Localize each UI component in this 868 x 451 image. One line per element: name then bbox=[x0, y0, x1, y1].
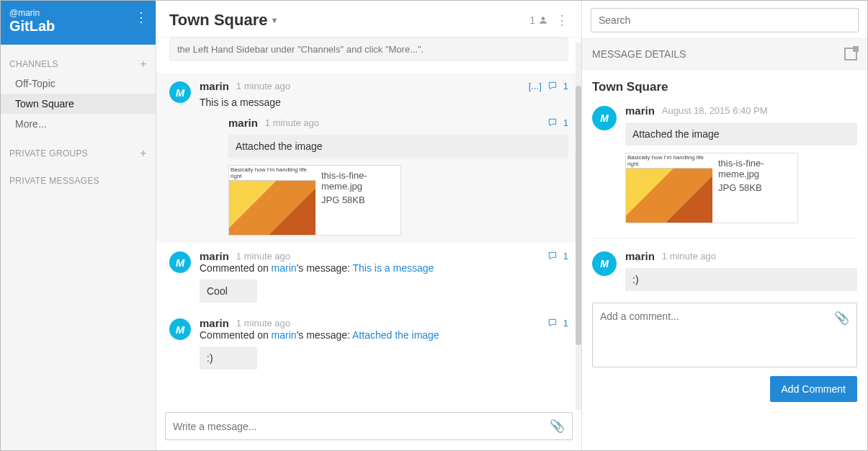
post-body: Attached the image bbox=[228, 135, 568, 158]
current-user: @marin bbox=[9, 8, 147, 18]
commented-on: Commented on marin's message: Attached t… bbox=[200, 329, 568, 341]
comment-count: 1 bbox=[563, 117, 568, 128]
post-comment: M marin 1 minute ago 1 Commented on mari… bbox=[156, 310, 581, 377]
expand-icon[interactable] bbox=[844, 48, 857, 61]
member-count[interactable]: 1 bbox=[529, 14, 548, 26]
channel-header: Town Square ▾ 1 ⋮ bbox=[156, 1, 581, 37]
attachment[interactable]: this-is-fine-meme.jpg JPG 58KB bbox=[228, 165, 401, 236]
paperclip-icon[interactable]: 📎 bbox=[834, 311, 849, 326]
channel-name[interactable]: Town Square ▾ bbox=[169, 11, 277, 30]
search-input[interactable] bbox=[591, 8, 859, 32]
post-author[interactable]: marin bbox=[625, 250, 655, 262]
post-root: M marin 1 minute ago [...] 1 This is a m… bbox=[156, 73, 581, 243]
add-private-group-icon[interactable]: + bbox=[140, 147, 147, 160]
details-root-post: M marin August 18, 2015 6:40 PM Attached… bbox=[592, 104, 857, 223]
add-channel-icon[interactable]: + bbox=[140, 58, 147, 71]
post-body: :) bbox=[625, 268, 857, 291]
right-sidebar: MESSAGE DETAILS Town Square M marin Augu… bbox=[582, 1, 867, 450]
private-groups-header: PRIVATE GROUPS + bbox=[1, 134, 156, 163]
post-reply: marin 1 minute ago 1 Attached the image … bbox=[228, 108, 568, 236]
person-icon bbox=[538, 14, 548, 26]
attachment-filename: this-is-fine-meme.jpg bbox=[321, 170, 395, 192]
post-time: 1 minute ago bbox=[265, 117, 319, 128]
scrollbar[interactable] bbox=[576, 43, 581, 410]
commented-on-user-link[interactable]: marin bbox=[272, 262, 297, 274]
comment-icon[interactable] bbox=[547, 117, 558, 128]
comment-icon[interactable] bbox=[547, 81, 558, 91]
post-author[interactable]: marin bbox=[228, 117, 258, 129]
avatar: M bbox=[592, 251, 617, 276]
avatar: M bbox=[169, 318, 191, 340]
sidebar-item-town-square[interactable]: Town Square bbox=[1, 94, 156, 114]
comment-count: 1 bbox=[563, 251, 568, 262]
add-comment-button[interactable]: Add Comment bbox=[770, 376, 857, 402]
message-list[interactable]: the Left Hand Sidebar under "Channels" a… bbox=[156, 37, 581, 405]
scrollbar-thumb[interactable] bbox=[576, 86, 581, 345]
post-author[interactable]: marin bbox=[200, 317, 229, 329]
team-header: @marin GitLab ⋮ bbox=[1, 1, 156, 45]
details-comment: M marin 1 minute ago :) bbox=[592, 250, 857, 291]
post-time: 1 minute ago bbox=[236, 318, 290, 329]
message-details-body: Town Square M marin August 18, 2015 6:40… bbox=[582, 70, 867, 450]
post-body: Attached the image bbox=[625, 122, 857, 146]
commented-on-user-link[interactable]: marin bbox=[272, 329, 297, 341]
left-sidebar: @marin GitLab ⋮ CHANNELS + Off-Topic Tow… bbox=[1, 1, 156, 450]
message-input[interactable] bbox=[173, 421, 550, 432]
commented-on-message-link[interactable]: This is a message bbox=[353, 262, 434, 274]
comment-textarea[interactable] bbox=[600, 311, 849, 354]
attachment[interactable]: this-is-fine-meme.jpg JPG 58KB bbox=[625, 153, 798, 223]
post-time: 1 minute ago bbox=[236, 81, 290, 91]
sidebar-item-off-topic[interactable]: Off-Topic bbox=[1, 73, 156, 94]
message-details-header: MESSAGE DETAILS bbox=[582, 38, 867, 70]
details-channel-name: Town Square bbox=[592, 80, 857, 94]
avatar: M bbox=[169, 251, 191, 273]
channels-header: CHANNELS + bbox=[1, 45, 156, 73]
post-time: 1 minute ago bbox=[236, 251, 290, 262]
attachment-thumbnail bbox=[626, 153, 712, 223]
post-author[interactable]: marin bbox=[625, 104, 655, 117]
avatar: M bbox=[592, 106, 617, 130]
attachment-size: JPG 58KB bbox=[718, 182, 792, 193]
post-author[interactable]: marin bbox=[200, 250, 229, 262]
paperclip-icon[interactable]: 📎 bbox=[550, 419, 565, 434]
comment-count: 1 bbox=[563, 318, 568, 329]
private-messages-title: PRIVATE MESSAGES bbox=[9, 176, 99, 186]
chevron-down-icon: ▾ bbox=[272, 15, 277, 25]
private-messages-header: PRIVATE MESSAGES bbox=[1, 163, 156, 189]
private-groups-title: PRIVATE GROUPS bbox=[9, 148, 88, 158]
commented-on: Commented on marin's message: This is a … bbox=[200, 262, 568, 274]
post-comment: M marin 1 minute ago 1 Commented on mari… bbox=[156, 243, 581, 310]
comment-input-box: 📎 bbox=[592, 303, 857, 367]
avatar: M bbox=[169, 81, 191, 103]
attachment-meta: this-is-fine-meme.jpg JPG 58KB bbox=[316, 166, 401, 235]
post-time: 1 minute ago bbox=[662, 251, 716, 262]
comment-icon[interactable] bbox=[547, 251, 558, 262]
attachment-meta: this-is-fine-meme.jpg JPG 58KB bbox=[712, 153, 797, 223]
sidebar-item-more-channels[interactable]: More... bbox=[1, 114, 156, 134]
post-author[interactable]: marin bbox=[200, 80, 229, 92]
post-body: :) bbox=[200, 347, 257, 370]
post-body: Cool bbox=[200, 280, 257, 303]
attachment-size: JPG 58KB bbox=[321, 195, 395, 205]
channel-menu-icon[interactable]: ⋮ bbox=[555, 12, 568, 28]
attachment-thumbnail bbox=[229, 166, 316, 235]
team-name: GitLab bbox=[9, 18, 147, 35]
attachment-filename: this-is-fine-meme.jpg bbox=[718, 158, 792, 179]
post-time: August 18, 2015 6:40 PM bbox=[662, 105, 768, 116]
comment-icon[interactable] bbox=[547, 318, 558, 329]
commented-on-message-link[interactable]: Attached the image bbox=[352, 329, 439, 341]
center-column: Town Square ▾ 1 ⋮ the Left Hand Sidebar … bbox=[156, 1, 582, 450]
comment-count: 1 bbox=[563, 81, 568, 91]
channel-intro-partial: the Left Hand Sidebar under "Channels" a… bbox=[169, 37, 568, 61]
post-body: This is a message bbox=[200, 97, 568, 108]
compose-area: 📎 bbox=[156, 405, 581, 450]
post-actions-icon[interactable]: [...] bbox=[529, 81, 542, 91]
channels-title: CHANNELS bbox=[9, 59, 58, 69]
team-menu-icon[interactable]: ⋮ bbox=[134, 11, 148, 24]
message-details-title: MESSAGE DETAILS bbox=[592, 48, 686, 60]
channel-name-text: Town Square bbox=[169, 11, 268, 30]
divider bbox=[592, 238, 857, 238]
